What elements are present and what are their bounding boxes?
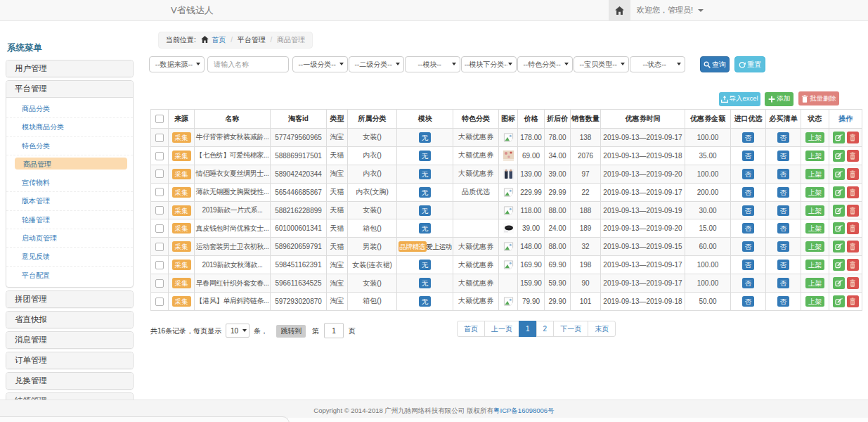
row-checkbox[interactable] — [155, 134, 164, 142]
pager-1[interactable]: 1 — [519, 321, 537, 337]
sidebar-panel-heading-4[interactable]: 省直快报 — [6, 312, 133, 328]
row-checkbox[interactable] — [155, 152, 164, 160]
row-checkbox[interactable] — [155, 279, 164, 288]
batch-delete-button[interactable]: 批量删除 — [798, 91, 839, 106]
sidebar-item-轮播管理[interactable]: 轮播管理 — [6, 211, 133, 229]
edit-button[interactable] — [833, 186, 845, 198]
edit-button[interactable] — [833, 168, 845, 180]
sidebar: 系统菜单 用户管理平台管理商品分类模块商品分类特色分类商品管理宣传物料版本管理轮… — [6, 39, 134, 413]
sidebar-item-宣传物料[interactable]: 宣传物料 — [6, 174, 133, 192]
add-button[interactable]: 添加 — [765, 92, 793, 106]
column-header-进口优选: 进口优选 — [731, 110, 766, 129]
reset-button[interactable]: 重置 — [734, 56, 765, 72]
edit-button[interactable] — [833, 150, 845, 162]
filter-select-模块[interactable]: --模块-- — [405, 56, 460, 72]
sidebar-item-特色分类[interactable]: 特色分类 — [6, 137, 133, 155]
sidebar-panel-heading-6[interactable]: 订单管理 — [6, 352, 133, 369]
cell-must-buy: 否 — [766, 256, 801, 274]
delete-button[interactable] — [847, 295, 859, 307]
cell-actions — [829, 129, 862, 147]
edit-button[interactable] — [833, 295, 845, 307]
sidebar-panel-heading-7[interactable]: 兑换管理 — [6, 373, 133, 389]
cell-coupon-time: 2019-09-13—2019-09-18 — [601, 293, 685, 311]
sidebar-panel-heading-1[interactable]: 用户管理 — [6, 60, 133, 77]
edit-button[interactable] — [833, 205, 845, 217]
sidebar-item-平台配置[interactable]: 平台配置 — [6, 267, 133, 285]
sidebar-panel-heading-5[interactable]: 消息管理 — [6, 332, 133, 348]
user-menu[interactable]: 欢迎您，管理员! — [637, 0, 704, 20]
cell-icon — [499, 219, 518, 238]
pager-下一页[interactable]: 下一页 — [553, 321, 588, 337]
row-checkbox[interactable] — [155, 298, 164, 306]
cell-module: 无 — [397, 201, 453, 219]
sidebar-item-商品管理[interactable]: 商品管理 — [15, 155, 127, 174]
edit-button[interactable] — [833, 132, 845, 143]
import-excel-button[interactable]: 导入excel — [719, 92, 760, 106]
cell-source: 采集 — [169, 256, 195, 274]
sidebar-panel-heading-2[interactable]: 平台管理 — [6, 81, 133, 97]
sidebar-item-启动页管理[interactable]: 启动页管理 — [6, 229, 133, 248]
pager-2[interactable]: 2 — [536, 321, 555, 337]
pager-上一页[interactable]: 上一页 — [484, 321, 519, 337]
cell-checkbox — [151, 293, 169, 311]
row-checkbox[interactable] — [155, 243, 164, 251]
delete-button[interactable] — [847, 222, 859, 234]
row-checkbox[interactable] — [155, 188, 164, 196]
row-checkbox[interactable] — [155, 224, 164, 233]
icp-link[interactable]: 粤ICP备16098006号 — [493, 407, 555, 414]
data-source-select[interactable]: --数据来源-- — [149, 56, 205, 72]
sidebar-panel-body: 商品分类模块商品分类特色分类商品管理宣传物料版本管理轮播管理启动页管理意见反馈平… — [6, 97, 133, 287]
row-checkbox[interactable] — [155, 261, 164, 269]
cell-must-buy: 否 — [766, 238, 801, 256]
delete-button[interactable] — [847, 205, 859, 217]
sidebar-item-模块商品分类[interactable]: 模块商品分类 — [6, 118, 133, 136]
table-row-3: 采集情侣睡衣女夏丝绸男士...589042420344淘宝内衣()无大额优惠券1… — [151, 165, 862, 183]
cell-taoke-id: 577479560965 — [271, 129, 327, 147]
delete-button[interactable] — [847, 168, 859, 180]
delete-button[interactable] — [847, 186, 859, 198]
edit-button[interactable] — [833, 241, 845, 252]
horizontal-scrollbar[interactable] — [0, 416, 290, 422]
sidebar-panel-heading-3[interactable]: 拼团管理 — [6, 291, 133, 307]
delete-button[interactable] — [847, 132, 859, 143]
delete-button[interactable] — [847, 259, 859, 271]
filter-select-特色分类[interactable]: --特色分类-- — [517, 56, 573, 72]
home-icon — [201, 36, 209, 43]
pager-末页[interactable]: 末页 — [588, 321, 616, 337]
filter-select-宝贝类型[interactable]: --宝贝类型-- — [574, 56, 629, 72]
cell-checkbox — [151, 146, 169, 165]
imported-badge: 否 — [742, 205, 755, 216]
navbar-home-button[interactable] — [609, 0, 630, 20]
cell-source: 采集 — [169, 293, 195, 311]
cell-feature: 品质优选 — [453, 183, 499, 201]
edit-button[interactable] — [833, 259, 845, 271]
select-all-checkbox[interactable] — [155, 115, 164, 123]
breadcrumb-home-link[interactable]: 首页 — [212, 36, 226, 44]
imported-badge: 否 — [742, 169, 755, 179]
edit-button[interactable] — [833, 277, 845, 289]
cell-imported: 否 — [731, 256, 766, 274]
delete-button[interactable] — [847, 150, 859, 162]
filter-select-一级分类[interactable]: --一级分类-- — [292, 56, 348, 72]
module-extra-text: 爱上运动 — [427, 243, 452, 250]
breadcrumb-level1[interactable]: 平台管理 — [238, 36, 266, 44]
cell-discount-price: 29.90 — [545, 293, 571, 311]
sidebar-item-商品分类[interactable]: 商品分类 — [6, 100, 133, 118]
delete-button[interactable] — [847, 241, 859, 252]
row-checkbox[interactable] — [155, 170, 164, 178]
sidebar-item-版本管理[interactable]: 版本管理 — [6, 192, 133, 210]
filter-select-状态[interactable]: --状态-- — [630, 56, 685, 72]
edit-button[interactable] — [833, 222, 845, 234]
filter-select-模块下分类[interactable]: --模块下分类-- — [461, 56, 517, 72]
search-button[interactable]: 查询 — [700, 56, 730, 72]
filter-select-二级分类[interactable]: --二级分类-- — [349, 56, 404, 72]
sidebar-item-意见反馈[interactable]: 意见反馈 — [6, 248, 133, 266]
page-size-select[interactable]: 10 — [226, 324, 250, 338]
jump-button[interactable]: 跳转到 — [276, 325, 306, 338]
row-checkbox[interactable] — [155, 206, 164, 215]
pager-首页[interactable]: 首页 — [457, 321, 485, 337]
name-search-input[interactable] — [207, 56, 289, 72]
cell-must-buy: 否 — [766, 183, 801, 201]
delete-button[interactable] — [847, 277, 859, 289]
jump-page-input[interactable] — [324, 323, 344, 338]
